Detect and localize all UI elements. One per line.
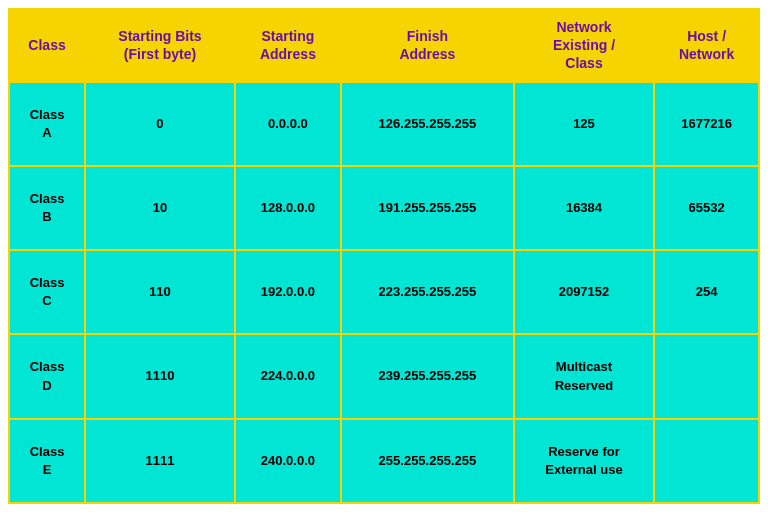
table-row: ClassD1110224.0.0.0239.255.255.255Multic… <box>9 334 759 418</box>
cell-starting_address: 240.0.0.0 <box>235 419 341 503</box>
table-row: ClassB10128.0.0.0191.255.255.25516384655… <box>9 166 759 250</box>
header-finish-address: FinishAddress <box>341 9 514 82</box>
cell-finish_address: 223.255.255.255 <box>341 250 514 334</box>
header-row: ClassStarting Bits(First byte)StartingAd… <box>9 9 759 82</box>
cell-class: ClassC <box>9 250 85 334</box>
cell-host_network <box>654 334 759 418</box>
cell-starting_bits: 110 <box>85 250 235 334</box>
cell-finish_address: 255.255.255.255 <box>341 419 514 503</box>
cell-finish_address: 191.255.255.255 <box>341 166 514 250</box>
cell-starting_bits: 0 <box>85 82 235 166</box>
cell-network_existing: MulticastReserved <box>514 334 654 418</box>
cell-host_network: 1677216 <box>654 82 759 166</box>
cell-starting_address: 0.0.0.0 <box>235 82 341 166</box>
cell-starting_address: 128.0.0.0 <box>235 166 341 250</box>
cell-starting_bits: 10 <box>85 166 235 250</box>
table-row: ClassA00.0.0.0126.255.255.2551251677216 <box>9 82 759 166</box>
cell-finish_address: 126.255.255.255 <box>341 82 514 166</box>
cell-host_network <box>654 419 759 503</box>
cell-network_existing: 125 <box>514 82 654 166</box>
cell-class: ClassB <box>9 166 85 250</box>
cell-class: ClassD <box>9 334 85 418</box>
cell-starting_address: 192.0.0.0 <box>235 250 341 334</box>
cell-starting_bits: 1110 <box>85 334 235 418</box>
header-class: Class <box>9 9 85 82</box>
cell-host_network: 254 <box>654 250 759 334</box>
header-starting-bits: Starting Bits(First byte) <box>85 9 235 82</box>
cell-class: ClassE <box>9 419 85 503</box>
ip-class-table: ClassStarting Bits(First byte)StartingAd… <box>8 8 760 504</box>
cell-network_existing: Reserve forExternal use <box>514 419 654 503</box>
header-starting-address: StartingAddress <box>235 9 341 82</box>
cell-network_existing: 16384 <box>514 166 654 250</box>
table-row: ClassC110192.0.0.0223.255.255.2552097152… <box>9 250 759 334</box>
cell-starting_address: 224.0.0.0 <box>235 334 341 418</box>
table-wrapper: ClassStarting Bits(First byte)StartingAd… <box>0 0 768 512</box>
table-row: ClassE1111240.0.0.0255.255.255.255Reserv… <box>9 419 759 503</box>
cell-class: ClassA <box>9 82 85 166</box>
header-network-existing: NetworkExisting /Class <box>514 9 654 82</box>
cell-network_existing: 2097152 <box>514 250 654 334</box>
cell-finish_address: 239.255.255.255 <box>341 334 514 418</box>
cell-host_network: 65532 <box>654 166 759 250</box>
header-host-network: Host /Network <box>654 9 759 82</box>
cell-starting_bits: 1111 <box>85 419 235 503</box>
